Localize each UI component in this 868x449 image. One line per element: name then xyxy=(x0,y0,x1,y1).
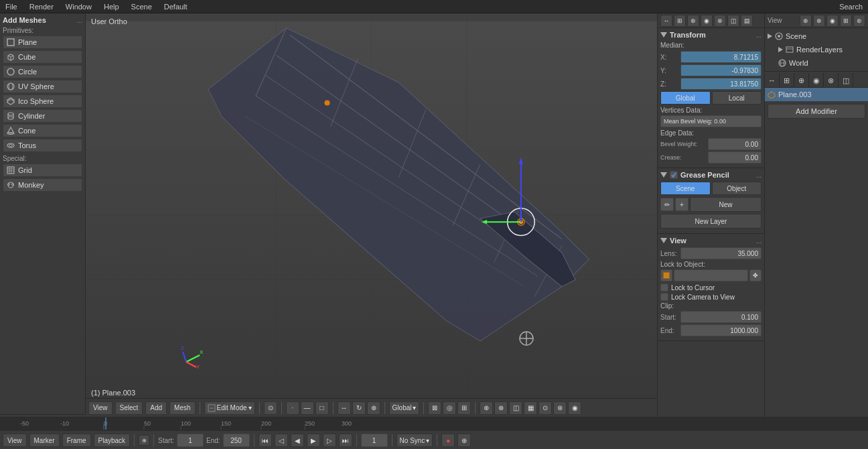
mesh-plane[interactable]: Plane xyxy=(3,36,82,49)
lock-camera-checkbox[interactable] xyxy=(660,293,668,301)
menu-default[interactable]: Default xyxy=(161,3,190,11)
overlay-btn2[interactable]: ⊗ xyxy=(494,401,508,415)
overlay-btn1[interactable]: ⊕ xyxy=(480,401,493,415)
tool-icon-1[interactable]: ↔ xyxy=(765,73,780,88)
mirror-btn[interactable]: ⊞ xyxy=(457,401,471,415)
sync-icon[interactable]: ⊕ xyxy=(139,435,149,446)
mesh-circle[interactable]: Circle xyxy=(3,65,82,78)
rotate-btn[interactable]: ↻ xyxy=(352,401,366,415)
timeline-frame-btn[interactable]: Frame xyxy=(62,434,91,447)
play-fwd-btn[interactable]: ▶ xyxy=(307,434,320,447)
rph-icon-1[interactable]: ↔ xyxy=(660,15,672,27)
lens-value[interactable]: 35.000 xyxy=(680,247,762,259)
step-fwd-btn[interactable]: ▷ xyxy=(323,434,336,447)
mesh-cube[interactable]: Cube xyxy=(3,50,82,64)
toolbar-mesh-btn[interactable]: Mesh xyxy=(169,401,195,415)
local-btn[interactable]: Local xyxy=(712,91,762,105)
mode-selector[interactable]: Edit Mode ▾ xyxy=(204,401,255,415)
record-btn[interactable]: ● xyxy=(441,434,455,447)
timeline-playback-btn[interactable]: Playback xyxy=(94,434,131,447)
menu-search[interactable]: Search xyxy=(837,3,865,11)
rph-icon-2[interactable]: ⊞ xyxy=(674,15,686,27)
toolbar-select-btn[interactable]: Select xyxy=(115,401,143,415)
rph-icon-7[interactable]: ▤ xyxy=(741,15,753,27)
skip-start-btn[interactable]: ⏮ xyxy=(259,434,272,447)
overlay-btn3[interactable]: ◫ xyxy=(509,401,522,415)
rph-icon-4[interactable]: ◉ xyxy=(701,15,713,27)
end-field[interactable]: 250 xyxy=(223,434,250,447)
outliner-icon-2[interactable]: ⊗ xyxy=(813,15,825,27)
y-value[interactable]: -0.97830 xyxy=(680,64,762,76)
new-layer-btn[interactable]: New Layer xyxy=(660,214,762,229)
mesh-uv-sphere[interactable]: UV Sphere xyxy=(3,80,82,93)
bevel-weight-value[interactable]: 0.00 xyxy=(708,138,762,150)
timeline-extra-btn[interactable]: ⊕ xyxy=(457,434,471,447)
mesh-grid[interactable]: Grid xyxy=(3,164,82,177)
menu-render[interactable]: Render xyxy=(27,3,56,11)
outliner-icon-4[interactable]: ⊞ xyxy=(840,15,852,27)
outliner-render-layers[interactable]: RenderLayers xyxy=(765,43,868,56)
menu-help[interactable]: Help xyxy=(101,3,122,11)
lock-to-object-field[interactable] xyxy=(674,269,748,281)
grease-pencil-checkbox[interactable] xyxy=(670,171,678,179)
pencil-add-icon[interactable]: + xyxy=(675,198,689,211)
mesh-cone[interactable]: Cone xyxy=(3,124,82,137)
lock-to-object-eyedropper[interactable]: ✤ xyxy=(749,269,762,281)
outliner-icon-5[interactable]: ⊛ xyxy=(853,15,865,27)
outliner-plane003[interactable]: Plane.003 xyxy=(765,88,868,101)
tool-icon-2[interactable]: ⊞ xyxy=(780,73,794,88)
z-value[interactable]: 13.81750 xyxy=(680,78,762,90)
menu-file[interactable]: File xyxy=(3,3,20,11)
object-btn[interactable]: Object xyxy=(712,182,762,195)
outliner-icon-1[interactable]: ⊕ xyxy=(800,15,812,27)
crease-value[interactable]: 0.00 xyxy=(708,151,762,164)
rph-icon-3[interactable]: ⊕ xyxy=(687,15,699,27)
toolbar-add-btn[interactable]: Add xyxy=(145,401,167,415)
tool-icon-6[interactable]: ◫ xyxy=(839,73,853,88)
mesh-monkey[interactable]: Monkey xyxy=(3,178,82,192)
no-sync-selector[interactable]: No Sync ▾ xyxy=(396,434,433,447)
vertex-select-btn[interactable]: · xyxy=(286,401,299,415)
x-value[interactable]: 8.71215 xyxy=(680,51,762,63)
step-back-btn[interactable]: ◁ xyxy=(275,434,288,447)
mesh-ico-sphere[interactable]: Ico Sphere xyxy=(3,94,82,108)
rph-icon-6[interactable]: ◫ xyxy=(727,15,739,27)
outliner-icon-3[interactable]: ◉ xyxy=(826,15,839,27)
toolbar-view-btn[interactable]: View xyxy=(88,401,113,415)
play-back-btn[interactable]: ◀ xyxy=(291,434,304,447)
tool-icon-4[interactable]: ◉ xyxy=(809,73,824,88)
overlay-btn6[interactable]: ⊛ xyxy=(553,401,567,415)
overlay-btn7[interactable]: ◉ xyxy=(568,401,581,415)
menu-window[interactable]: Window xyxy=(63,3,94,11)
outliner-world[interactable]: World xyxy=(765,56,868,70)
mean-bevel-value[interactable]: Mean Bevel Weig: 0.00 xyxy=(660,115,762,127)
lock-to-cursor-checkbox[interactable] xyxy=(660,283,668,292)
start-field[interactable]: 1 xyxy=(177,434,204,447)
menu-scene[interactable]: Scene xyxy=(129,3,155,11)
scale-btn[interactable]: ⊕ xyxy=(367,401,380,415)
rph-icon-5[interactable]: ⊗ xyxy=(714,15,726,27)
pencil-draw-icon[interactable]: ✏ xyxy=(660,198,674,211)
outliner-scene[interactable]: Scene xyxy=(765,29,868,43)
clip-end-value[interactable]: 1000.000 xyxy=(680,324,762,336)
skip-end-btn[interactable]: ⏭ xyxy=(339,434,352,447)
mesh-cylinder[interactable]: Cylinder xyxy=(3,109,82,123)
edge-select-btn[interactable]: — xyxy=(301,401,314,415)
overlay-btn5[interactable]: ⊙ xyxy=(538,401,552,415)
face-select-btn[interactable]: □ xyxy=(315,401,329,415)
new-btn[interactable]: New xyxy=(690,197,762,212)
timeline-view-btn[interactable]: View xyxy=(3,434,27,447)
global-btn[interactable]: Global xyxy=(660,91,711,105)
tool-icon-5[interactable]: ⊗ xyxy=(824,73,839,88)
grab-btn[interactable]: ↔ xyxy=(338,401,351,415)
add-modifier-btn[interactable]: Add Modifier xyxy=(768,104,865,119)
overlay-btn4[interactable]: ▦ xyxy=(524,401,537,415)
clip-start-value[interactable]: 0.100 xyxy=(680,311,762,323)
snap-btn[interactable]: ⊠ xyxy=(428,401,441,415)
timeline-marker-btn[interactable]: Marker xyxy=(29,434,60,447)
lock-object-cube-icon[interactable] xyxy=(660,269,672,281)
viewport[interactable]: User Ortho xyxy=(86,13,657,417)
pivot-btn[interactable]: ⊙ xyxy=(264,401,277,415)
global-selector[interactable]: Global ▾ xyxy=(389,401,420,415)
proportional-btn[interactable]: ◎ xyxy=(443,401,456,415)
